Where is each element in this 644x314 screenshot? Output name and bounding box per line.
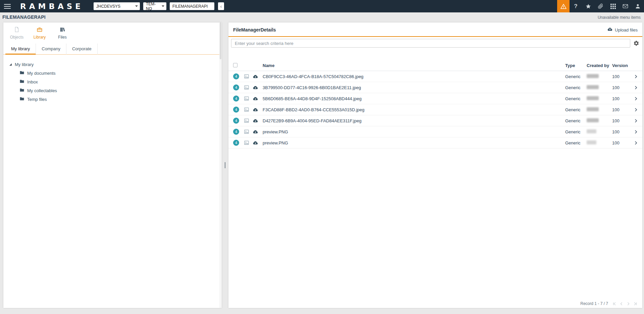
file-table: Name Type Created by Version 4 CB0F9CC3-… — [228, 60, 642, 148]
cloud-download-icon[interactable] — [253, 74, 263, 79]
table-row[interactable]: 4 preview.PNG Generic 100 — [228, 126, 642, 137]
user-icon[interactable] — [632, 0, 644, 12]
column-header-type[interactable]: Type — [565, 63, 587, 68]
cloud-upload-icon — [607, 26, 613, 33]
file-version: 100 — [612, 129, 630, 134]
file-name[interactable]: D427E2B9-6B9A-4004-95ED-FAD84AEE311F.jpe… — [263, 118, 565, 123]
file-version: 100 — [612, 107, 630, 112]
column-header-name[interactable]: Name — [263, 63, 565, 68]
chevron-right-icon[interactable] — [633, 140, 638, 145]
file-name[interactable]: CB0F9CC3-46AD-4FCA-B18A-57C504782C86.jpe… — [263, 74, 565, 79]
panel-splitter[interactable] — [222, 22, 228, 308]
table-row[interactable]: 4 5B6D0685-BE6A-44D8-9D4F-152508ABD444.j… — [228, 93, 642, 104]
created-by-redacted — [587, 85, 599, 89]
history-back-button[interactable]: ‹ — [218, 2, 224, 10]
menu-icon[interactable] — [4, 0, 14, 12]
library-button[interactable]: Library — [31, 26, 48, 40]
upload-files-button[interactable]: Upload files — [607, 26, 638, 33]
expand-caret-icon[interactable] — [9, 63, 12, 66]
file-manager-details-panel: FileManagerDetails Upload files Name Typ… — [228, 22, 642, 308]
cloud-download-icon[interactable] — [253, 85, 263, 90]
cloud-download-icon[interactable] — [253, 140, 263, 146]
tab-corporate[interactable]: Corporate — [66, 44, 98, 55]
star-icon[interactable] — [582, 0, 594, 12]
search-row — [228, 37, 642, 48]
chevron-right-icon[interactable] — [633, 96, 638, 101]
paperclip-icon[interactable] — [594, 0, 607, 12]
help-icon[interactable]: ? — [570, 0, 582, 12]
rambase-logo[interactable]: RAMBASE — [20, 2, 84, 11]
scrollbar-thumb[interactable] — [220, 22, 221, 59]
chevron-right-icon[interactable] — [633, 85, 638, 90]
file-name[interactable]: preview.PNG — [263, 140, 565, 145]
file-name[interactable]: 5B6D0685-BE6A-44D8-9D4F-152508ABD444.jpe… — [263, 96, 565, 101]
file-version: 100 — [612, 140, 630, 145]
previous-page-icon[interactable] — [619, 302, 624, 306]
system-select-value: JHCDEVSYS — [96, 4, 120, 9]
tree-item-label: Temp files — [27, 97, 47, 102]
folder-icon — [19, 96, 24, 102]
chevron-right-icon[interactable] — [633, 74, 638, 79]
image-icon — [244, 85, 253, 90]
mail-icon[interactable] — [619, 0, 632, 12]
status-badge: 4 — [233, 107, 239, 113]
record-count-label: Record 1 - 7 / 7 — [580, 301, 608, 306]
file-version: 100 — [612, 85, 630, 90]
chevron-right-icon[interactable] — [633, 118, 638, 123]
cloud-download-icon[interactable] — [253, 118, 263, 124]
table-row[interactable]: 4 D427E2B9-6B9A-4004-95ED-FAD84AEE311F.j… — [228, 115, 642, 126]
apps-icon[interactable] — [607, 0, 619, 12]
file-type: Generic — [565, 96, 587, 101]
cloud-download-icon[interactable] — [253, 107, 263, 113]
next-page-icon[interactable] — [626, 302, 631, 306]
scrollbar[interactable] — [219, 22, 222, 308]
details-title: FileManagerDetails — [233, 27, 276, 33]
status-badge: 4 — [233, 73, 239, 79]
library-panel: Objects Library Files My library Company… — [3, 22, 222, 308]
search-input[interactable] — [231, 39, 630, 48]
tree-item[interactable]: My documents — [7, 69, 222, 77]
table-row[interactable]: 4 F3CAD88F-BBD2-4AD0-B764-CCE5553A015D.j… — [228, 104, 642, 115]
objects-button[interactable]: Objects — [8, 26, 25, 40]
table-row[interactable]: 4 3B799500-DD77-4C16-9926-6B0D1BAE2E11.j… — [228, 82, 642, 93]
tab-company[interactable]: Company — [36, 44, 66, 55]
program-search-input[interactable] — [170, 2, 214, 10]
chevron-right-icon[interactable] — [633, 107, 638, 112]
first-page-icon[interactable] — [612, 302, 616, 306]
folder-icon — [19, 70, 24, 76]
cloud-download-icon[interactable] — [253, 96, 263, 102]
objects-label: Objects — [10, 35, 24, 40]
column-header-created-by[interactable]: Created by — [587, 63, 612, 68]
created-by-redacted — [587, 118, 599, 122]
briefcase-icon — [37, 26, 43, 34]
tree-item[interactable]: Inbox — [7, 77, 222, 86]
tree-item-label: My collectables — [27, 88, 57, 93]
cloud-download-icon[interactable] — [253, 129, 263, 135]
unavailable-menu-items-link[interactable]: Unavailable menu items — [598, 15, 641, 20]
last-page-icon[interactable] — [633, 302, 638, 306]
gear-icon[interactable] — [633, 40, 639, 46]
files-button[interactable]: Files — [54, 26, 71, 40]
column-header-version[interactable]: Version — [612, 63, 630, 68]
file-name[interactable]: F3CAD88F-BBD2-4AD0-B764-CCE5553A015D.jpe… — [263, 107, 565, 112]
table-row[interactable]: 4 preview.PNG Generic 100 — [228, 137, 642, 148]
upload-files-label: Upload files — [615, 27, 638, 33]
page-title: FILEMANAGERAPI — [2, 14, 46, 20]
topbar: RAMBASE JHCDEVSYS TEM-NO ‹ ? — [0, 0, 644, 12]
tree-item[interactable]: Temp files — [7, 95, 222, 104]
tab-my-library[interactable]: My library — [5, 44, 36, 55]
system-select[interactable]: JHCDEVSYS — [94, 2, 140, 10]
file-version: 100 — [612, 74, 630, 79]
alert-icon[interactable] — [557, 0, 570, 12]
tree-item[interactable]: My collectables — [7, 86, 222, 95]
table-row[interactable]: 4 CB0F9CC3-46AD-4FCA-B18A-57C504782C86.j… — [228, 71, 642, 82]
created-by-redacted — [587, 140, 596, 144]
select-all-checkbox[interactable] — [233, 63, 237, 67]
company-select[interactable]: TEM-NO — [143, 2, 166, 10]
created-by-redacted — [587, 74, 599, 78]
chevron-right-icon[interactable] — [633, 129, 638, 134]
file-name[interactable]: 3B799500-DD77-4C16-9926-6B0D1BAE2E11.jpe… — [263, 85, 565, 90]
file-name[interactable]: preview.PNG — [263, 129, 565, 134]
tree-root-my-library[interactable]: My library — [7, 60, 222, 69]
folder-icon — [19, 79, 24, 85]
